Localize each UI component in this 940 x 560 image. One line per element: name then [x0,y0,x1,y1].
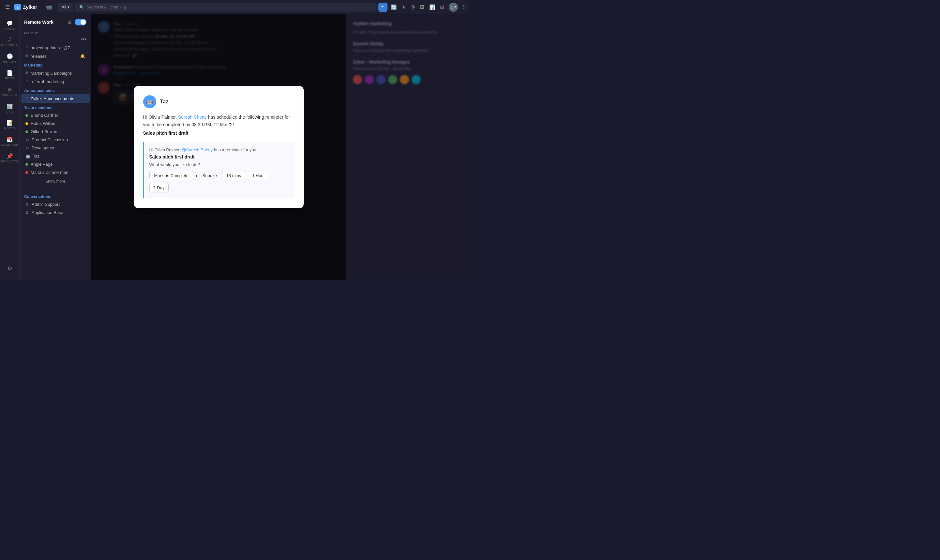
sidebar-item-notes[interactable]: 📝 NOTES [1,117,18,132]
conv-application-base[interactable]: ⚙ Application Base [21,208,90,217]
history-icon: 🕐 [6,53,13,59]
status-dot-green [25,114,28,117]
snooze-text: Snooze - [203,173,220,178]
section-announcements: Announcements [20,86,91,94]
sidebar-item-files[interactable]: 📄 FILES [1,67,18,83]
bell-icon: 🔔 [80,54,85,58]
modal-intro: Hi Olivia Palmer, [143,114,177,120]
divider [24,189,86,189]
section-conversations: Conversations [20,192,91,200]
apps-icon[interactable]: ⠿ [463,4,466,10]
right-panel: #zylker-marketing All right; I'll go ahe… [346,14,470,280]
sidebar-item-widgets[interactable]: ⊞ WIDGETS [1,84,18,99]
attendee-avatars [353,75,463,84]
team-taz[interactable]: 🤖 Taz [21,152,90,160]
search-input[interactable] [87,5,372,9]
pin-releases[interactable]: # releases 🔔 [21,52,90,60]
files-label: FILES [5,77,14,80]
search-box[interactable]: 🔍 [75,3,376,11]
conv-admin-support[interactable]: ⚙ Admin Support [21,200,90,208]
menu-icon[interactable]: ☰ [4,3,11,11]
sidebar-item-projects[interactable]: 📌 PROJECTS [1,150,18,166]
image-icon[interactable]: 🖼 [420,4,425,10]
channel-name: #zylker-marketing [353,21,463,26]
show-more-button[interactable]: Show more [20,177,91,186]
channel-marketing-campaigns[interactable]: # Marketing Campaigns [21,69,90,77]
or-text: or [196,173,200,178]
meeting-time: Tomorrow (07:30 PM - 08:30 PM) [353,66,463,71]
grid-icon[interactable]: ⊞ [440,4,444,10]
user-avatar[interactable]: OP [449,3,458,12]
attendee-avatar [400,75,409,84]
header-icons: 🖥 [68,19,86,25]
at-mention[interactable]: @Suresh Shetty [182,148,213,152]
section-marketing: Marketing [20,60,91,69]
attendee-avatar [353,75,362,84]
meeting-section: Zyker - Marketing Designs Tomorrow (07:3… [353,59,463,84]
team-gilbert[interactable]: Gilbert Bowers [21,128,90,136]
modal-reminder-title: Sales pitch first draft [143,129,294,137]
sidebar-icons: 💬 CHATS # CHANNELS 🕐 HISTORY 📄 FILES ⊞ W… [0,14,20,280]
mark-complete-button[interactable]: Mark as Complete [149,171,194,180]
chart-icon[interactable]: 📊 [429,4,435,10]
modal-header: 🤖 Taz [143,95,294,108]
add-button[interactable]: + [378,3,388,12]
sidebar-item-calendar[interactable]: 📅 CALENDER [1,134,18,149]
modal-reminder-box: Hi Olivia Palmer, @Suresh Shetty has a r… [143,142,294,198]
channel-referral-marketing[interactable]: # referral-marketing [21,77,90,86]
main-content: 🤖 Taz Yesterday Hello Olivia Palmer, the… [91,14,346,280]
monitor-icon[interactable]: 🖥 [68,20,72,25]
left-panel-header: Remote Work 🖥 [20,14,91,28]
files-icon: 📄 [6,70,13,76]
channel-zylker-announcements[interactable]: # Zylker-Announcements [21,94,90,103]
modal-link-name[interactable]: Suresh Shetty [178,114,207,120]
sidebar-item-channels[interactable]: # CHANNELS [1,34,18,49]
chats-icon: 💬 [6,20,13,26]
team-angie[interactable]: Angie Page [21,160,90,168]
status-dot-red [25,171,28,174]
toggle-switch[interactable] [75,19,86,25]
team-emma[interactable]: Emma Cartner [21,111,90,119]
notes-label: NOTES [4,126,15,130]
mention-icon[interactable]: @ [410,4,415,10]
team-product-discussion[interactable]: ⚙ Product Discussion [21,136,90,144]
section-team-members: Team members [20,103,91,111]
attendee-avatar [376,75,386,84]
camera-icon[interactable]: 📹 [43,3,55,11]
calendar-icon: 📅 [6,136,13,143]
snooze-1hour-button[interactable]: 1 Hour [248,171,269,180]
refresh-icon[interactable]: 🔄 [391,4,397,10]
meeting-title: Zyker - Marketing Designs [353,59,463,65]
status-dot-green [25,163,28,166]
snooze-1day-button[interactable]: 1 Day [149,183,169,192]
org-icon: 🏢 [6,103,13,109]
pin-project-updates[interactable]: # project-updates : @Z... [21,43,90,52]
sidebar-item-org[interactable]: 🏢 ORG [1,100,18,116]
search-icon: 🔍 [79,5,84,9]
bot-icon: 🤖 [25,154,30,158]
settings-button[interactable]: ⚙ [1,263,18,274]
star-icon[interactable]: ★ [402,4,406,10]
pins-more-icon[interactable]: ••• [81,36,86,42]
team-development[interactable]: ⚙ Development [21,144,90,152]
app-name: Zylker [23,4,37,10]
team-rufus[interactable]: Rufus William [21,119,90,128]
reminder-inner-title: Sales pitch first draft [149,154,289,160]
widgets-icon: ⊞ [8,86,12,92]
all-right-message: All right; I'll go ahead and schedule a … [353,30,463,35]
reminder-greeting: Hi Olivia Palmer, @Suresh Shetty has a r… [149,148,289,152]
left-panel: Remote Work 🖥 My Pins ••• # project-upda… [20,14,91,280]
contact-name: Suresh Shetty [353,41,463,46]
snooze-15min-button[interactable]: 15 mins [222,171,246,180]
sidebar-item-history[interactable]: 🕐 HISTORY [1,51,18,66]
search-area: All ▾ 🔍 + [58,3,388,12]
reminder-question: What would you like to do? [149,162,289,167]
team-marcus[interactable]: Marcus Zimmerman [21,168,90,177]
reminder-actions: Mark as Complete or Snooze - 15 mins 1 H… [149,171,289,192]
calendar-label: CALENDER [1,143,18,146]
search-scope-dropdown[interactable]: All ▾ [58,3,73,11]
main-layout: 💬 CHATS # CHANNELS 🕐 HISTORY 📄 FILES ⊞ W… [0,14,470,280]
notes-icon: 📝 [6,120,13,126]
sidebar-item-chats[interactable]: 💬 CHATS [1,18,18,33]
topbar: ☰ Z Zylker 📹 All ▾ 🔍 + 🔄 ★ @ 🖼 📊 ⊞ OP ⠿ [0,0,470,14]
